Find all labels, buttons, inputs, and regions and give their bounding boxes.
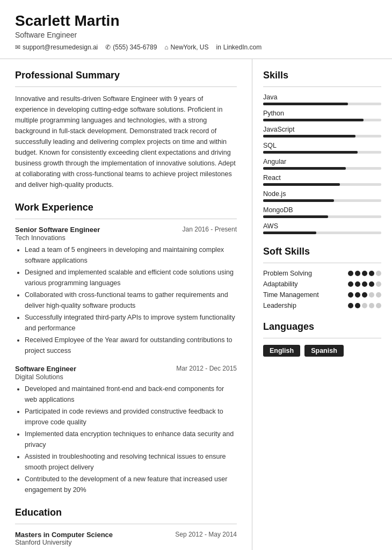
job-bullet: Successfully integrated third-party APIs…: [25, 312, 237, 334]
dot-filled: [355, 271, 360, 276]
dot-empty: [369, 292, 374, 298]
edu-desc: Advanced coursework in computer science …: [15, 548, 237, 550]
job-bullet: Received Employee of the Year award for …: [25, 335, 237, 356]
job-company: Digital Solutions: [15, 373, 237, 381]
skill-name: React: [263, 174, 381, 182]
language-tag: Spanish: [304, 345, 344, 357]
job-bullet: Contributed to the development of a new …: [25, 474, 237, 495]
job-bullet: Implemented data encryption techniques t…: [25, 429, 237, 450]
skill-name: Angular: [263, 158, 381, 165]
skill-dots: [348, 281, 381, 287]
job-header: Software Engineer Mar 2012 - Dec 2015: [15, 365, 237, 373]
languages-section: Languages EnglishSpanish: [263, 321, 381, 357]
dot-filled: [348, 303, 353, 308]
job-company: Tech Innovations: [15, 234, 237, 242]
edu-degree: Masters in Computer Science: [15, 531, 113, 539]
skill-item: MongoDB: [263, 206, 381, 218]
skill-name: Java: [263, 93, 381, 101]
dot-filled: [369, 281, 374, 287]
skill-bar-fill: [263, 199, 334, 202]
dot-filled: [362, 271, 367, 276]
contact-icon: in: [216, 44, 221, 51]
left-column: Professional Summary Innovative and resu…: [0, 59, 252, 550]
education-list: Masters in Computer Science Sep 2012 - M…: [15, 531, 237, 550]
dot-filled: [355, 292, 360, 298]
dot-filled: [348, 281, 353, 287]
skill-bar-bg: [263, 183, 381, 186]
skill-bar-fill: [263, 215, 328, 218]
contact-item: ✉support@resumedesign.ai: [15, 44, 98, 51]
skill-bar-fill: [263, 183, 340, 186]
education-section: Education Masters in Computer Science Se…: [15, 507, 237, 550]
summary-title: Professional Summary: [15, 70, 237, 81]
skill-name: JavaScript: [263, 126, 381, 133]
skill-dots: [348, 271, 381, 276]
skill-item: Java: [263, 93, 381, 105]
soft-skills-section: Soft Skills Problem Solving Adaptability…: [263, 246, 381, 309]
skill-item: SQL: [263, 142, 381, 154]
skill-bar-bg: [263, 199, 381, 202]
contact-item: ⌂NewYork, US: [164, 44, 208, 51]
candidate-title: Software Engineer: [15, 31, 377, 39]
candidate-name: Scarlett Martin: [15, 13, 377, 30]
contact-text: support@resumedesign.ai: [23, 44, 98, 51]
skill-bar-fill: [263, 151, 358, 154]
dot-filled: [348, 292, 353, 298]
language-tag: English: [263, 345, 300, 357]
skill-bar-bg: [263, 103, 381, 105]
job-bullet: Participated in code reviews and provide…: [25, 406, 237, 428]
skill-name: Node.js: [263, 190, 381, 198]
skills-section: Skills Java Python JavaScript SQL Angula…: [263, 70, 381, 234]
contact-text: LinkedIn.com: [223, 44, 262, 51]
job-date: Jan 2016 - Present: [183, 226, 237, 233]
job-item: Senior Software Engineer Jan 2016 - Pres…: [15, 226, 237, 356]
contact-icon: ⌂: [164, 44, 168, 51]
languages-divider: [263, 338, 381, 338]
soft-skills-divider: [263, 263, 381, 263]
dot-filled: [355, 281, 360, 287]
skill-dots: [348, 303, 381, 308]
skill-bar-bg: [263, 119, 381, 121]
skill-bar-bg: [263, 231, 381, 234]
resume-container: Scarlett Martin Software Engineer ✉suppo…: [0, 0, 392, 550]
jobs-list: Senior Software Engineer Jan 2016 - Pres…: [15, 226, 237, 495]
work-experience-section: Work Experience Senior Software Engineer…: [15, 202, 237, 495]
dot-empty: [376, 281, 381, 287]
soft-skill-item: Leadership: [263, 302, 381, 309]
soft-skills-title: Soft Skills: [263, 246, 381, 257]
contact-text: NewYork, US: [171, 44, 209, 51]
skill-name: SQL: [263, 142, 381, 149]
education-title: Education: [15, 507, 237, 518]
dot-empty: [376, 303, 381, 308]
job-bullets: Developed and maintained front-end and b…: [15, 383, 237, 495]
skill-dots: [348, 292, 381, 298]
soft-skill-name: Leadership: [263, 302, 311, 309]
dot-empty: [376, 271, 381, 276]
job-item: Software Engineer Mar 2012 - Dec 2015 Di…: [15, 365, 237, 495]
soft-skill-name: Problem Solving: [263, 270, 312, 277]
skill-item: JavaScript: [263, 126, 381, 138]
contact-item: ✆(555) 345-6789: [105, 44, 157, 51]
skills-title: Skills: [263, 70, 381, 81]
skills-divider: [263, 86, 381, 87]
summary-section: Professional Summary Innovative and resu…: [15, 70, 237, 190]
soft-skill-name: Time Management: [263, 291, 319, 299]
soft-skill-item: Problem Solving: [263, 270, 381, 277]
skill-item: React: [263, 174, 381, 186]
skill-item: AWS: [263, 222, 381, 234]
skill-bar-fill: [263, 103, 348, 105]
skill-item: Python: [263, 110, 381, 121]
job-bullet: Developed and maintained front-end and b…: [25, 383, 237, 405]
soft-skills-list: Problem Solving Adaptability Time Manage…: [263, 270, 381, 309]
header: Scarlett Martin Software Engineer ✉suppo…: [0, 0, 392, 59]
soft-skill-item: Time Management: [263, 291, 381, 299]
education-divider: [15, 524, 237, 524]
job-date: Mar 2012 - Dec 2015: [176, 365, 237, 372]
body: Professional Summary Innovative and resu…: [0, 59, 392, 550]
skill-item: Node.js: [263, 190, 381, 202]
job-header: Senior Software Engineer Jan 2016 - Pres…: [15, 226, 237, 234]
edu-school: Stanford University: [15, 539, 237, 546]
skill-bar-fill: [263, 231, 316, 234]
skills-list: Java Python JavaScript SQL Angular React…: [263, 93, 381, 234]
dot-filled: [355, 303, 360, 308]
